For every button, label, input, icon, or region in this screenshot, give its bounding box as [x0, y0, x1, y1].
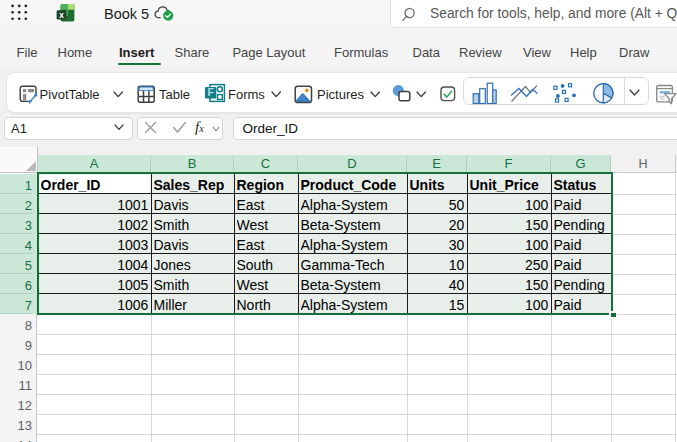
svg-text:F: F [207, 86, 214, 98]
svg-text:x: x [59, 10, 64, 20]
